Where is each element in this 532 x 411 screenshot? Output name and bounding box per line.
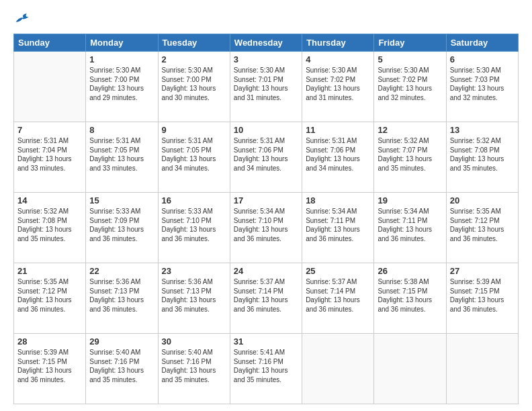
calendar-cell: 23Sunrise: 5:36 AM Sunset: 7:13 PM Dayli… <box>158 263 230 334</box>
logo-bird-icon <box>15 12 31 26</box>
day-number: 1 <box>89 54 154 64</box>
calendar-cell: 20Sunrise: 5:35 AM Sunset: 7:12 PM Dayli… <box>446 193 518 263</box>
calendar-cell <box>14 52 86 122</box>
day-number: 9 <box>162 125 226 135</box>
calendar-cell: 3Sunrise: 5:30 AM Sunset: 7:01 PM Daylig… <box>230 52 302 122</box>
day-info: Sunrise: 5:30 AM Sunset: 7:02 PM Dayligh… <box>306 66 370 102</box>
day-info: Sunrise: 5:31 AM Sunset: 7:05 PM Dayligh… <box>162 136 226 173</box>
calendar-cell: 6Sunrise: 5:30 AM Sunset: 7:03 PM Daylig… <box>446 52 518 122</box>
calendar-week-row: 1Sunrise: 5:30 AM Sunset: 7:00 PM Daylig… <box>14 52 519 122</box>
calendar-cell <box>446 334 518 404</box>
calendar-cell: 29Sunrise: 5:40 AM Sunset: 7:16 PM Dayli… <box>86 334 158 404</box>
calendar-week-row: 7Sunrise: 5:31 AM Sunset: 7:04 PM Daylig… <box>14 122 519 193</box>
calendar-cell: 26Sunrise: 5:38 AM Sunset: 7:15 PM Dayli… <box>374 263 446 334</box>
calendar-cell: 28Sunrise: 5:39 AM Sunset: 7:15 PM Dayli… <box>14 334 86 404</box>
day-number: 18 <box>306 195 370 205</box>
day-info: Sunrise: 5:31 AM Sunset: 7:04 PM Dayligh… <box>17 136 82 173</box>
day-number: 23 <box>162 266 226 276</box>
calendar-cell: 24Sunrise: 5:37 AM Sunset: 7:14 PM Dayli… <box>230 263 302 334</box>
calendar-weekday-wednesday: Wednesday <box>230 34 302 52</box>
day-info: Sunrise: 5:36 AM Sunset: 7:13 PM Dayligh… <box>89 277 154 314</box>
day-number: 5 <box>378 54 442 64</box>
day-info: Sunrise: 5:39 AM Sunset: 7:15 PM Dayligh… <box>450 277 515 314</box>
logo <box>13 12 31 26</box>
day-number: 8 <box>89 125 154 135</box>
day-number: 14 <box>17 195 82 205</box>
calendar-header-row: SundayMondayTuesdayWednesdayThursdayFrid… <box>14 34 519 52</box>
day-number: 10 <box>234 125 298 135</box>
day-info: Sunrise: 5:37 AM Sunset: 7:14 PM Dayligh… <box>234 277 298 314</box>
day-info: Sunrise: 5:40 AM Sunset: 7:16 PM Dayligh… <box>162 348 226 384</box>
day-info: Sunrise: 5:30 AM Sunset: 7:00 PM Dayligh… <box>89 66 154 102</box>
calendar-cell: 27Sunrise: 5:39 AM Sunset: 7:15 PM Dayli… <box>446 263 518 334</box>
calendar-table: SundayMondayTuesdayWednesdayThursdayFrid… <box>13 34 519 404</box>
day-number: 17 <box>234 195 298 205</box>
calendar-week-row: 28Sunrise: 5:39 AM Sunset: 7:15 PM Dayli… <box>14 334 519 404</box>
day-number: 13 <box>450 125 515 135</box>
day-number: 29 <box>89 336 154 347</box>
day-info: Sunrise: 5:35 AM Sunset: 7:12 PM Dayligh… <box>17 277 82 314</box>
day-number: 19 <box>378 195 442 205</box>
calendar-cell: 17Sunrise: 5:34 AM Sunset: 7:10 PM Dayli… <box>230 193 302 263</box>
calendar-cell: 9Sunrise: 5:31 AM Sunset: 7:05 PM Daylig… <box>158 122 230 193</box>
calendar-weekday-sunday: Sunday <box>14 34 86 52</box>
day-number: 30 <box>162 336 226 347</box>
day-info: Sunrise: 5:31 AM Sunset: 7:06 PM Dayligh… <box>306 136 370 173</box>
calendar-cell: 4Sunrise: 5:30 AM Sunset: 7:02 PM Daylig… <box>302 52 374 122</box>
day-number: 7 <box>17 125 82 135</box>
day-info: Sunrise: 5:33 AM Sunset: 7:09 PM Dayligh… <box>89 207 154 243</box>
calendar-cell: 7Sunrise: 5:31 AM Sunset: 7:04 PM Daylig… <box>14 122 86 193</box>
calendar-cell: 1Sunrise: 5:30 AM Sunset: 7:00 PM Daylig… <box>86 52 158 122</box>
header <box>13 12 519 26</box>
calendar-cell: 8Sunrise: 5:31 AM Sunset: 7:05 PM Daylig… <box>86 122 158 193</box>
calendar-cell: 13Sunrise: 5:32 AM Sunset: 7:08 PM Dayli… <box>446 122 518 193</box>
calendar-cell: 21Sunrise: 5:35 AM Sunset: 7:12 PM Dayli… <box>14 263 86 334</box>
day-number: 6 <box>450 54 515 64</box>
day-number: 3 <box>234 54 298 64</box>
day-number: 31 <box>234 336 298 347</box>
calendar-week-row: 14Sunrise: 5:32 AM Sunset: 7:08 PM Dayli… <box>14 193 519 263</box>
calendar-cell: 14Sunrise: 5:32 AM Sunset: 7:08 PM Dayli… <box>14 193 86 263</box>
day-number: 22 <box>89 266 154 276</box>
day-info: Sunrise: 5:32 AM Sunset: 7:08 PM Dayligh… <box>450 136 515 173</box>
day-number: 27 <box>450 266 515 276</box>
day-info: Sunrise: 5:34 AM Sunset: 7:11 PM Dayligh… <box>306 207 370 243</box>
day-info: Sunrise: 5:34 AM Sunset: 7:10 PM Dayligh… <box>234 207 298 243</box>
calendar-weekday-saturday: Saturday <box>446 34 518 52</box>
calendar-weekday-friday: Friday <box>374 34 446 52</box>
day-number: 15 <box>89 195 154 205</box>
day-number: 2 <box>162 54 226 64</box>
day-info: Sunrise: 5:32 AM Sunset: 7:08 PM Dayligh… <box>17 207 82 243</box>
day-number: 21 <box>17 266 82 276</box>
day-info: Sunrise: 5:30 AM Sunset: 7:03 PM Dayligh… <box>450 66 515 102</box>
page: SundayMondayTuesdayWednesdayThursdayFrid… <box>0 0 532 411</box>
calendar-week-row: 21Sunrise: 5:35 AM Sunset: 7:12 PM Dayli… <box>14 263 519 334</box>
calendar-cell: 12Sunrise: 5:32 AM Sunset: 7:07 PM Dayli… <box>374 122 446 193</box>
calendar-cell: 31Sunrise: 5:41 AM Sunset: 7:16 PM Dayli… <box>230 334 302 404</box>
day-info: Sunrise: 5:38 AM Sunset: 7:15 PM Dayligh… <box>378 277 442 314</box>
day-info: Sunrise: 5:36 AM Sunset: 7:13 PM Dayligh… <box>162 277 226 314</box>
calendar-cell: 15Sunrise: 5:33 AM Sunset: 7:09 PM Dayli… <box>86 193 158 263</box>
day-number: 28 <box>17 336 82 347</box>
calendar-cell: 25Sunrise: 5:37 AM Sunset: 7:14 PM Dayli… <box>302 263 374 334</box>
day-number: 12 <box>378 125 442 135</box>
calendar-cell: 2Sunrise: 5:30 AM Sunset: 7:00 PM Daylig… <box>158 52 230 122</box>
day-info: Sunrise: 5:30 AM Sunset: 7:00 PM Dayligh… <box>162 66 226 102</box>
calendar-cell: 11Sunrise: 5:31 AM Sunset: 7:06 PM Dayli… <box>302 122 374 193</box>
day-number: 20 <box>450 195 515 205</box>
calendar-cell: 18Sunrise: 5:34 AM Sunset: 7:11 PM Dayli… <box>302 193 374 263</box>
day-info: Sunrise: 5:34 AM Sunset: 7:11 PM Dayligh… <box>378 207 442 243</box>
day-info: Sunrise: 5:41 AM Sunset: 7:16 PM Dayligh… <box>234 348 298 384</box>
calendar-cell: 22Sunrise: 5:36 AM Sunset: 7:13 PM Dayli… <box>86 263 158 334</box>
calendar-weekday-monday: Monday <box>86 34 158 52</box>
day-info: Sunrise: 5:33 AM Sunset: 7:10 PM Dayligh… <box>162 207 226 243</box>
calendar-weekday-tuesday: Tuesday <box>158 34 230 52</box>
calendar-cell <box>302 334 374 404</box>
calendar-cell: 5Sunrise: 5:30 AM Sunset: 7:02 PM Daylig… <box>374 52 446 122</box>
day-number: 4 <box>306 54 370 64</box>
day-info: Sunrise: 5:40 AM Sunset: 7:16 PM Dayligh… <box>89 348 154 384</box>
calendar-cell: 19Sunrise: 5:34 AM Sunset: 7:11 PM Dayli… <box>374 193 446 263</box>
calendar-cell: 10Sunrise: 5:31 AM Sunset: 7:06 PM Dayli… <box>230 122 302 193</box>
day-info: Sunrise: 5:32 AM Sunset: 7:07 PM Dayligh… <box>378 136 442 173</box>
day-number: 16 <box>162 195 226 205</box>
